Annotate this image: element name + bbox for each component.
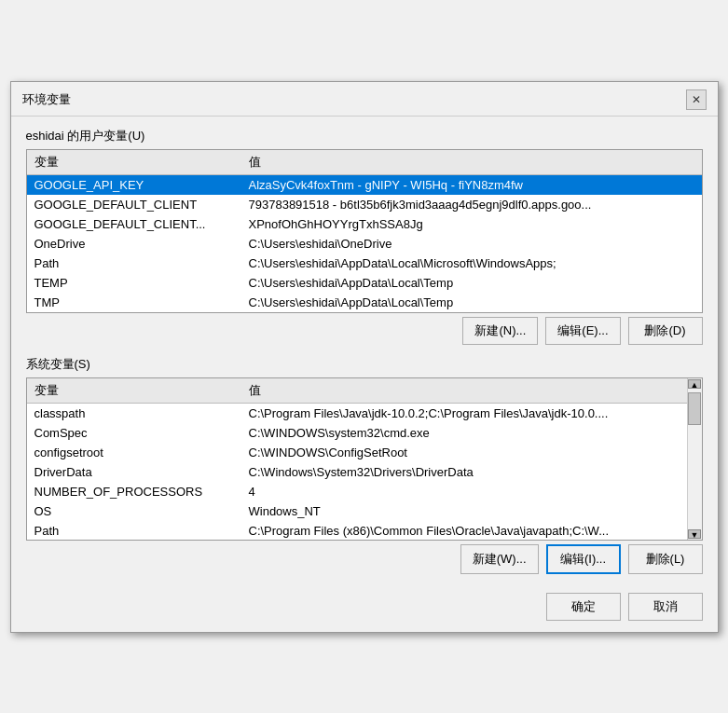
user-new-button[interactable]: 新建(N)... (462, 317, 538, 345)
user-table-row[interactable]: PathC:\Users\eshidai\AppData\Local\Micro… (27, 254, 702, 273)
user-section-label: eshidai 的用户变量(U) (26, 128, 703, 144)
user-edit-button[interactable]: 编辑(E)... (545, 317, 620, 345)
bottom-buttons-row: 确定 取消 (11, 585, 718, 632)
system-table-row[interactable]: DriverDataC:\Windows\System32\Drivers\Dr… (27, 462, 702, 482)
sys-row-var: DriverData (27, 462, 241, 482)
system-col-var-header: 变量 (27, 378, 241, 404)
user-row-var: Path (27, 254, 241, 273)
system-table-row[interactable]: configsetrootC:\WINDOWS\ConfigSetRoot (27, 443, 702, 462)
user-table-row[interactable]: GOOGLE_API_KEYAlzaSyCvk4foxTnm - gNIPY -… (27, 174, 702, 195)
user-variables-table: 变量 值 GOOGLE_API_KEYAlzaSyCvk4foxTnm - gN… (27, 150, 702, 312)
user-table-header: 变量 值 (27, 150, 702, 175)
sys-row-var: NUMBER_OF_PROCESSORS (27, 482, 241, 501)
sys-row-val: C:\Program Files\Java\jdk-10.0.2;C:\Prog… (241, 403, 702, 423)
user-row-val: XPnofOhGhHOYYrgTxhSSA8Jg (241, 214, 702, 234)
user-row-val: C:\Users\eshidai\AppData\Local\Temp (241, 293, 702, 312)
dialog-title: 环境变量 (22, 91, 71, 108)
title-bar: 环境变量 ✕ (11, 82, 718, 117)
system-table-row[interactable]: classpathC:\Program Files\Java\jdk-10.0.… (27, 403, 702, 423)
system-table-row[interactable]: PathC:\Program Files (x86)\Common Files\… (27, 521, 702, 541)
system-variables-table-container: 变量 值 classpathC:\Program Files\Java\jdk-… (26, 377, 703, 541)
environment-variables-dialog: 环境变量 ✕ eshidai 的用户变量(U) 变量 值 GOOGLE_API_… (10, 81, 719, 633)
user-row-var: GOOGLE_API_KEY (27, 174, 241, 195)
user-table-row[interactable]: GOOGLE_DEFAULT_CLIENT...XPnofOhGhHOYYrgT… (27, 214, 702, 234)
system-variables-section: 系统变量(S) 变量 值 classpathC:\Program Files\J… (26, 356, 703, 574)
user-row-var: GOOGLE_DEFAULT_CLIENT... (27, 214, 241, 234)
user-delete-button[interactable]: 删除(D) (628, 317, 703, 345)
system-delete-button[interactable]: 删除(L) (628, 544, 703, 574)
close-button[interactable]: ✕ (686, 89, 707, 110)
user-row-var: TEMP (27, 273, 241, 293)
user-row-val: C:\Users\eshidai\AppData\Local\Temp (241, 273, 702, 293)
sys-row-val: C:\WINDOWS\system32\cmd.exe (241, 423, 702, 443)
sys-row-var: configsetroot (27, 443, 241, 462)
user-row-val: C:\Users\eshidai\AppData\Local\Microsoft… (241, 254, 702, 273)
system-table-row[interactable]: OSWindows_NT (27, 501, 702, 521)
user-table-row[interactable]: OneDriveC:\Users\eshidai\OneDrive (27, 234, 702, 254)
system-col-val-header: 值 (241, 378, 702, 404)
system-buttons-row: 新建(W)... 编辑(I)... 删除(L) (26, 544, 703, 574)
system-table-header: 变量 值 (27, 378, 702, 404)
user-row-val: AlzaSyCvk4foxTnm - gNIPY - WI5Hq - fiYN8… (241, 174, 702, 195)
sys-row-val: C:\Windows\System32\Drivers\DriverData (241, 462, 702, 482)
sys-row-var: OS (27, 501, 241, 521)
user-variables-section: eshidai 的用户变量(U) 变量 值 GOOGLE_API_KEYAlza… (26, 128, 703, 345)
sys-row-val: Windows_NT (241, 501, 702, 521)
user-row-val: C:\Users\eshidai\OneDrive (241, 234, 702, 254)
sys-row-var: classpath (27, 403, 241, 423)
user-table-row[interactable]: GOOGLE_DEFAULT_CLIENT793783891518 - b6tl… (27, 195, 702, 214)
sys-row-var: Path (27, 521, 241, 541)
system-new-button[interactable]: 新建(W)... (460, 544, 539, 574)
scroll-up-arrow[interactable]: ▲ (688, 379, 701, 389)
sys-row-var: ComSpec (27, 423, 241, 443)
user-buttons-row: 新建(N)... 编辑(E)... 删除(D) (26, 317, 703, 345)
ok-button[interactable]: 确定 (546, 593, 621, 621)
sys-row-val: 4 (241, 482, 702, 501)
user-row-var: OneDrive (27, 234, 241, 254)
user-variables-table-container: 变量 值 GOOGLE_API_KEYAlzaSyCvk4foxTnm - gN… (26, 149, 703, 313)
system-section-label: 系统变量(S) (26, 356, 703, 373)
cancel-button[interactable]: 取消 (628, 593, 703, 621)
user-row-val: 793783891518 - b6tl35b6fjk3mid3aaag4d5eg… (241, 195, 702, 214)
user-col-val-header: 值 (241, 150, 702, 175)
scroll-down-arrow[interactable]: ▼ (688, 529, 701, 539)
scroll-thumb[interactable] (688, 392, 701, 425)
system-edit-button[interactable]: 编辑(I)... (546, 544, 621, 574)
user-col-var-header: 变量 (27, 150, 241, 175)
user-table-row[interactable]: TEMPC:\Users\eshidai\AppData\Local\Temp (27, 273, 702, 293)
system-table-row[interactable]: NUMBER_OF_PROCESSORS4 (27, 482, 702, 501)
user-table-row[interactable]: TMPC:\Users\eshidai\AppData\Local\Temp (27, 293, 702, 312)
sys-row-val: C:\WINDOWS\ConfigSetRoot (241, 443, 702, 462)
scrollbar[interactable]: ▲ ▼ (687, 378, 702, 540)
sys-row-val: C:\Program Files (x86)\Common Files\Orac… (241, 521, 702, 541)
system-table-row[interactable]: ComSpecC:\WINDOWS\system32\cmd.exe (27, 423, 702, 443)
dialog-body: eshidai 的用户变量(U) 变量 值 GOOGLE_API_KEYAlza… (11, 117, 718, 585)
user-row-var: TMP (27, 293, 241, 312)
system-variables-table: 变量 值 classpathC:\Program Files\Java\jdk-… (27, 378, 702, 541)
user-row-var: GOOGLE_DEFAULT_CLIENT (27, 195, 241, 214)
